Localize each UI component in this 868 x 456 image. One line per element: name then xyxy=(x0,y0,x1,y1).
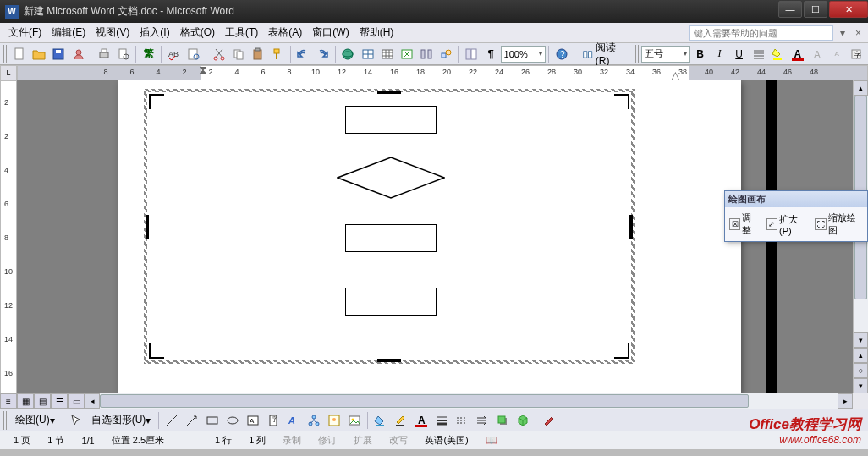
print-button[interactable] xyxy=(95,45,113,63)
menu-window[interactable]: 窗口(W) xyxy=(307,24,354,41)
canvas-handle-bottom[interactable] xyxy=(377,359,401,362)
traditional-button[interactable]: 繁 xyxy=(140,45,157,63)
ink-button[interactable] xyxy=(540,411,558,430)
line-button[interactable] xyxy=(162,411,181,430)
doc-map-button[interactable] xyxy=(462,45,480,63)
expand-button[interactable]: ⤢扩大(P) xyxy=(764,212,811,238)
new-doc-button[interactable] xyxy=(11,45,29,63)
vertical-textbox-button[interactable]: 字 xyxy=(264,411,283,430)
autoshapes-menu[interactable]: 自选图形(U) ▾ xyxy=(87,411,156,430)
draw-grip[interactable] xyxy=(3,411,8,430)
draw-menu[interactable]: 绘图(U) ▾ xyxy=(11,411,59,430)
format-painter-button[interactable] xyxy=(269,45,287,63)
drawing-button[interactable] xyxy=(437,45,454,63)
status-rev[interactable]: 修订 xyxy=(310,434,345,447)
minimize-button[interactable]: — xyxy=(778,1,802,18)
canvas-handle-bl[interactable] xyxy=(149,343,164,359)
scale-button[interactable]: ⛶缩放绘图 xyxy=(812,210,865,239)
canvas-handle-right[interactable] xyxy=(629,215,633,239)
menu-format[interactable]: 格式(O) xyxy=(175,24,220,41)
next-page-button[interactable]: ▾ xyxy=(854,378,868,393)
tables-borders-button[interactable] xyxy=(359,45,376,63)
shrink-font-button[interactable]: A xyxy=(828,45,846,63)
prev-page-button[interactable]: ▴ xyxy=(854,348,868,363)
web-view-button[interactable]: ▦ xyxy=(17,393,34,409)
help-button[interactable]: ? xyxy=(552,45,570,63)
oval-button[interactable] xyxy=(223,411,242,430)
rectangle-button[interactable] xyxy=(203,411,222,430)
arrow-button[interactable] xyxy=(183,411,201,430)
menu-insert[interactable]: 插入(I) xyxy=(135,24,174,41)
status-rec[interactable]: 录制 xyxy=(274,434,310,447)
vertical-ruler[interactable]: 2246810121416 xyxy=(0,80,17,393)
underline-button[interactable]: U xyxy=(730,45,748,63)
help-dropdown[interactable]: ▾ xyxy=(837,27,849,39)
hscroll-thumb[interactable] xyxy=(100,394,749,408)
close-button[interactable]: ✕ xyxy=(829,1,868,18)
scroll-up-button[interactable]: ▴ xyxy=(854,80,868,96)
reading-view-button[interactable]: ▭ xyxy=(68,393,85,409)
fill-color-button[interactable] xyxy=(371,411,390,430)
line-color-button[interactable] xyxy=(392,411,410,430)
excel-button[interactable] xyxy=(398,45,415,63)
clipart-button[interactable] xyxy=(325,411,343,430)
hscroll-track[interactable] xyxy=(100,393,838,409)
show-formatting-button[interactable]: ¶ xyxy=(481,45,499,63)
dash-style-button[interactable] xyxy=(453,411,471,430)
italic-button[interactable]: I xyxy=(711,45,728,63)
insert-picture-button[interactable] xyxy=(345,411,364,430)
align-justify-button[interactable] xyxy=(750,45,767,63)
status-lang[interactable]: 英语(美国) xyxy=(416,434,476,447)
font-size-combo[interactable]: 五号▾ xyxy=(641,46,690,63)
float-toolbar-title[interactable]: 绘图画布 xyxy=(725,191,867,207)
shape-rect-1[interactable] xyxy=(345,106,437,134)
copy-button[interactable] xyxy=(229,45,247,63)
ruler-corner[interactable]: L xyxy=(0,65,17,80)
font-color-button[interactable]: A xyxy=(788,45,806,63)
horizontal-ruler[interactable]: 8642246810121416182022242628303234363840… xyxy=(17,65,868,80)
read-button[interactable]: 阅读(R) xyxy=(578,45,632,63)
open-button[interactable] xyxy=(30,45,48,63)
line-style-button[interactable] xyxy=(432,411,451,430)
shadow-button[interactable] xyxy=(493,411,512,430)
research-button[interactable] xyxy=(184,45,202,63)
zoom-combo[interactable]: 100%▾ xyxy=(501,46,547,63)
insert-table-button[interactable] xyxy=(378,45,396,63)
shape-diamond[interactable] xyxy=(337,157,445,199)
menu-tools[interactable]: 工具(T) xyxy=(220,24,263,41)
menu-edit[interactable]: 编辑(E) xyxy=(47,24,91,41)
undo-button[interactable] xyxy=(294,45,312,63)
canvas-handle-tr[interactable] xyxy=(614,94,629,109)
status-ext[interactable]: 扩展 xyxy=(345,434,381,447)
font-color-draw-button[interactable]: A xyxy=(412,411,431,430)
canvas-handle-br[interactable] xyxy=(614,343,629,359)
wordart-button[interactable]: A xyxy=(284,411,303,430)
hscroll-right-button[interactable]: ▸ xyxy=(838,393,853,409)
canvas-handle-left[interactable] xyxy=(146,215,149,239)
select-objects-button[interactable] xyxy=(67,411,85,430)
menu-file[interactable]: 文件(F) xyxy=(3,24,47,41)
grow-font-button[interactable]: A xyxy=(808,45,826,63)
status-ovr[interactable]: 改写 xyxy=(381,434,416,447)
canvas-handle-tl[interactable] xyxy=(149,94,164,109)
scroll-down-button[interactable]: ▾ xyxy=(854,332,868,348)
browse-object-button[interactable]: ○ xyxy=(854,363,868,378)
arrow-style-button[interactable] xyxy=(473,411,492,430)
hyperlink-button[interactable] xyxy=(339,45,357,63)
paste-button[interactable] xyxy=(250,45,267,63)
highlight-button[interactable] xyxy=(769,45,787,63)
print-view-button[interactable]: ▤ xyxy=(34,393,51,409)
3d-button[interactable] xyxy=(514,411,532,430)
outline-view-button[interactable]: ☰ xyxy=(51,393,68,409)
spellcheck-button[interactable]: AB xyxy=(165,45,183,63)
normal-view-button[interactable]: ≡ xyxy=(0,393,17,409)
toolbar-grip-2[interactable] xyxy=(635,45,640,63)
canvas-handle-top[interactable] xyxy=(377,91,401,94)
drawing-canvas[interactable] xyxy=(144,89,635,364)
textbox-button[interactable]: A xyxy=(244,411,262,430)
maximize-button[interactable]: ☐ xyxy=(804,1,827,18)
toolbar-grip[interactable] xyxy=(3,45,8,63)
permission-button[interactable] xyxy=(69,45,87,63)
drawing-canvas-toolbar[interactable]: 绘图画布 ☒调整 ⤢扩大(P) ⛶缩放绘图 xyxy=(724,190,868,242)
hscroll-left-button[interactable]: ◂ xyxy=(85,393,100,409)
